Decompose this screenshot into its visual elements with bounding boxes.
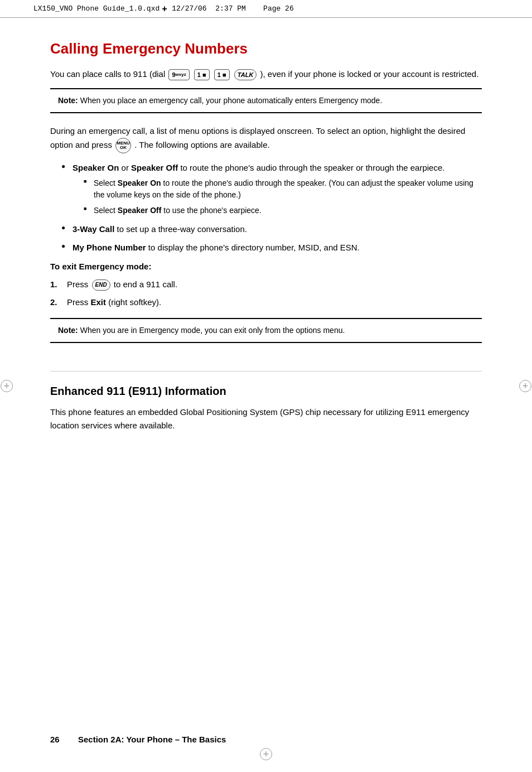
bullet-phone-number: My Phone Number to display the phone's d…	[61, 241, 482, 254]
bullet-phone-number-bold: My Phone Number	[72, 243, 146, 252]
speaker-sub-list: Select Speaker On to route the phone's a…	[84, 177, 482, 217]
bullet-3way-bold: 3-Way Call	[72, 224, 114, 234]
note2-text: When you are in Emergency mode, you can …	[78, 326, 345, 335]
header-page: Page 26	[263, 4, 294, 13]
header-crosshair	[162, 5, 170, 13]
note1-label: Note:	[58, 96, 78, 105]
sub-bullet-speaker-off: Select Speaker Off to use the phone's ea…	[84, 205, 482, 217]
button-talk: TALK	[234, 69, 257, 80]
step-1-num: 1.	[50, 278, 57, 291]
page-footer: 26 Section 2A: Your Phone – The Basics	[50, 735, 482, 744]
header-time: 2:37 PM	[215, 4, 246, 13]
note-box-2: Note: When you are in Emergency mode, yo…	[50, 318, 482, 343]
reg-mark-right	[519, 379, 532, 393]
bullet-speaker: Speaker On or Speaker Off to route the p…	[61, 161, 482, 217]
note2-label: Note:	[58, 326, 78, 335]
note-box-1: Note: When you place an emergency call, …	[50, 88, 482, 113]
bullet-speaker-bold1: Speaker On	[72, 163, 119, 172]
reg-mark-bottom	[259, 747, 273, 761]
intro-text-1: You can place calls to 911 (dial	[50, 69, 167, 79]
footer-section-label: Section 2A: Your Phone – The Basics	[78, 735, 226, 744]
bullet-phone-number-text: to display the phone's directory number,…	[148, 243, 360, 252]
button-nine: 9wxyz	[168, 69, 189, 80]
sub-section-e911: Enhanced 911 (E911) Information This pho…	[50, 371, 482, 432]
section-title: Calling Emergency Numbers	[50, 40, 482, 57]
bullet-speaker-text: to route the phone's audio through the s…	[180, 163, 444, 172]
step-2-num: 2.	[50, 296, 57, 309]
intro-paragraph: You can place calls to 911 (dial 9wxyz 1…	[50, 67, 482, 80]
sub-section-body: This phone features an embedded Global P…	[50, 406, 482, 432]
sub-bold-speaker-on: Speaker On	[118, 178, 161, 187]
button-one-a: 1 ■	[194, 69, 210, 80]
sub-bullet-speaker-on: Select Speaker On to route the phone's a…	[84, 177, 482, 201]
header-filename: LX150_VNO Phone Guide_1.0.qxd	[33, 4, 159, 13]
exit-steps-list: 1. Press END to end a 911 call. 2. Press…	[50, 278, 482, 309]
step-1: 1. Press END to end a 911 call.	[67, 278, 482, 291]
intro-text-2: ), even if your phone is locked or your …	[260, 69, 479, 79]
footer-page-num: 26	[50, 735, 67, 744]
button-end: END	[92, 279, 110, 291]
spacer	[50, 354, 482, 371]
sub-section-title: Enhanced 911 (E911) Information	[50, 371, 482, 398]
header-bar: LX150_VNO Phone Guide_1.0.qxd 12/27/06 2…	[0, 0, 532, 18]
page: LX150_VNO Phone Guide_1.0.qxd 12/27/06 2…	[0, 0, 532, 772]
button-one-b: 1 ■	[214, 69, 230, 80]
bullet-speaker-connector: or	[122, 163, 132, 172]
step-2: 2. Press Exit (right softkey).	[67, 296, 482, 309]
sub-bold-speaker-off: Speaker Off	[118, 206, 162, 215]
body-text-main: During an emergency call, a list of menu…	[50, 124, 482, 153]
header-date: 12/27/06	[172, 4, 206, 13]
exit-header: To exit Emergency mode:	[50, 262, 482, 271]
feature-bullet-list: Speaker On or Speaker Off to route the p…	[50, 161, 482, 254]
bullet-3way-text: to set up a three-way conversation.	[117, 224, 246, 234]
button-menu-ok: MENU OK	[115, 138, 131, 153]
reg-mark-left	[0, 379, 13, 393]
content-area: Calling Emergency Numbers You can place …	[0, 18, 532, 473]
bullet-3way: 3-Way Call to set up a three-way convers…	[61, 223, 482, 235]
step-2-bold: Exit	[91, 297, 107, 307]
bullet-speaker-bold2: Speaker Off	[131, 163, 178, 172]
body-text-2: . The following options are available.	[134, 139, 269, 149]
note1-text: When you place an emergency call, your p…	[78, 96, 383, 105]
